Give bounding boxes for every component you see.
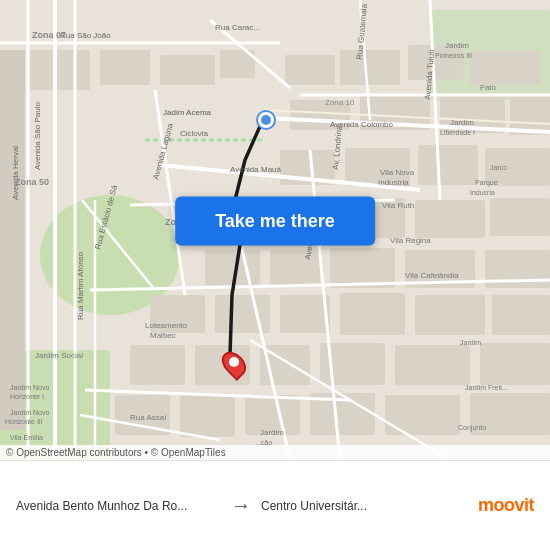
svg-text:Jardim Social: Jardim Social [35, 351, 83, 360]
svg-text:Rua São João: Rua São João [60, 31, 111, 40]
svg-rect-9 [340, 50, 400, 85]
bottom-bar: Avenida Bento Munhoz Da Ro... → Centro U… [0, 460, 550, 550]
svg-text:Liberdade I: Liberdade I [440, 129, 475, 136]
svg-rect-22 [415, 200, 485, 238]
svg-text:Conjunto: Conjunto [458, 424, 486, 432]
svg-rect-42 [180, 395, 235, 437]
svg-text:Jardim: Jardim [460, 339, 481, 346]
svg-rect-31 [280, 295, 330, 333]
svg-text:Vila Emília: Vila Emília [10, 434, 43, 441]
svg-rect-26 [330, 248, 395, 288]
svg-rect-8 [285, 55, 335, 85]
svg-text:Jardim: Jardim [450, 118, 474, 127]
svg-text:Vila Nova: Vila Nova [380, 168, 415, 177]
svg-text:Jardim Novo: Jardim Novo [10, 384, 49, 391]
map-container: Rua São João Rua Carac... Avenida Colomb… [0, 0, 550, 460]
svg-text:Jardim Novo: Jardim Novo [10, 409, 49, 416]
route-from-label: Avenida Bento Munhoz Da Ro... [16, 499, 221, 513]
svg-rect-4 [30, 50, 90, 90]
svg-text:Vila Ruth: Vila Ruth [382, 201, 414, 210]
svg-text:Zona 50: Zona 50 [15, 177, 49, 187]
svg-text:Rua Carac...: Rua Carac... [215, 23, 260, 32]
moovit-logo: moovit [478, 495, 534, 516]
svg-text:Jardim: Jardim [260, 428, 284, 437]
svg-text:Zona 10: Zona 10 [325, 98, 355, 107]
svg-rect-47 [0, 50, 25, 430]
svg-text:Jardim Freit...: Jardim Freit... [465, 384, 508, 391]
svg-text:Malbec: Malbec [150, 331, 176, 340]
route-to-label: Centro Universitár... [261, 499, 466, 513]
svg-rect-30 [215, 295, 270, 333]
svg-text:Horizonte I: Horizonte I [10, 393, 44, 400]
destination-marker [224, 350, 244, 378]
svg-text:Parque: Parque [475, 179, 498, 187]
svg-rect-18 [418, 145, 478, 185]
svg-text:Ciclovia: Ciclovia [180, 129, 209, 138]
svg-text:Zona 07: Zona 07 [32, 30, 66, 40]
origin-marker [258, 112, 274, 128]
svg-rect-39 [395, 345, 470, 385]
svg-rect-34 [492, 295, 550, 335]
svg-text:Loteamento: Loteamento [145, 321, 188, 330]
svg-text:Rua Martim Afonso: Rua Martim Afonso [76, 251, 85, 320]
svg-rect-24 [205, 250, 260, 285]
svg-text:Indusria: Indusria [470, 189, 495, 196]
svg-rect-35 [130, 345, 185, 385]
svg-text:Horizonte III: Horizonte III [5, 418, 43, 425]
svg-rect-32 [340, 293, 405, 335]
svg-rect-11 [470, 50, 540, 85]
svg-rect-23 [490, 198, 550, 236]
svg-rect-33 [415, 295, 485, 335]
route-arrow-icon: → [231, 494, 251, 517]
svg-text:Avenida Mauá: Avenida Mauá [230, 165, 282, 174]
svg-text:Avenida São Paulo: Avenida São Paulo [33, 102, 42, 170]
svg-text:Vila Regina: Vila Regina [390, 236, 431, 245]
svg-text:Vila Cafelândia: Vila Cafelândia [405, 271, 459, 280]
svg-rect-5 [100, 50, 150, 85]
map-attribution: © OpenStreetMap contributors • © OpenMap… [0, 445, 550, 460]
svg-text:Jardim: Jardim [445, 41, 469, 50]
take-me-there-button[interactable]: Take me there [175, 196, 375, 245]
svg-text:Jarco: Jarco [490, 164, 507, 171]
svg-text:Industria: Industria [378, 178, 409, 187]
svg-rect-6 [160, 55, 215, 85]
svg-text:Avenida Herval: Avenida Herval [11, 146, 20, 200]
moovit-logo-text: moovit [478, 495, 534, 516]
svg-text:Rua Assaí: Rua Assaí [130, 413, 167, 422]
svg-text:Jadim Acema: Jadim Acema [163, 108, 212, 117]
svg-rect-40 [480, 343, 550, 385]
svg-text:Fato: Fato [480, 83, 497, 92]
svg-text:Pinheiros III: Pinheiros III [435, 52, 472, 59]
